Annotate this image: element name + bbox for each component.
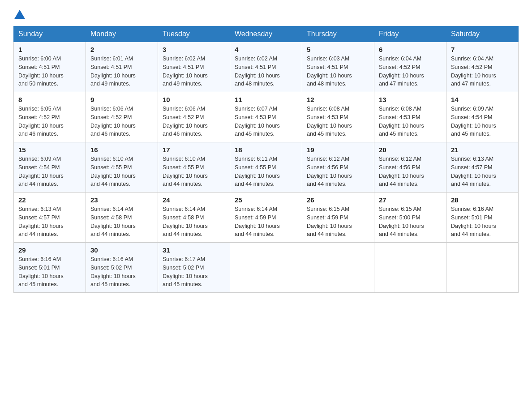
calendar-cell: 3Sunrise: 6:02 AMSunset: 4:51 PMDaylight… xyxy=(158,42,230,92)
day-number: 4 xyxy=(235,46,297,53)
day-number: 18 xyxy=(235,146,297,154)
calendar-cell: 5Sunrise: 6:03 AMSunset: 4:51 PMDaylight… xyxy=(302,42,374,92)
day-number: 12 xyxy=(307,96,369,103)
day-number: 17 xyxy=(163,146,225,154)
day-number: 24 xyxy=(163,196,225,204)
day-number: 21 xyxy=(451,146,514,154)
calendar-cell: 27Sunrise: 6:15 AMSunset: 5:00 PMDayligh… xyxy=(374,193,446,243)
day-info: Sunrise: 6:06 AMSunset: 4:52 PMDaylight:… xyxy=(90,105,153,138)
day-info: Sunrise: 6:16 AMSunset: 5:01 PMDaylight:… xyxy=(451,205,514,239)
day-info: Sunrise: 6:08 AMSunset: 4:53 PMDaylight:… xyxy=(307,105,369,138)
day-info: Sunrise: 6:14 AMSunset: 4:59 PMDaylight:… xyxy=(235,205,297,239)
calendar-table: SundayMondayTuesdayWednesdayThursdayFrid… xyxy=(13,26,519,293)
day-info: Sunrise: 6:06 AMSunset: 4:52 PMDaylight:… xyxy=(163,105,225,138)
calendar-cell: 14Sunrise: 6:09 AMSunset: 4:54 PMDayligh… xyxy=(446,92,519,142)
day-info: Sunrise: 6:09 AMSunset: 4:54 PMDaylight:… xyxy=(451,105,514,138)
calendar-week-row: 1Sunrise: 6:00 AMSunset: 4:51 PMDaylight… xyxy=(14,42,519,92)
day-info: Sunrise: 6:04 AMSunset: 4:52 PMDaylight:… xyxy=(451,55,514,88)
day-number: 10 xyxy=(163,96,225,103)
day-number: 5 xyxy=(307,46,369,53)
day-number: 22 xyxy=(18,196,81,204)
day-info: Sunrise: 6:02 AMSunset: 4:51 PMDaylight:… xyxy=(163,55,225,88)
calendar-cell xyxy=(302,243,374,293)
column-header-sunday: Sunday xyxy=(14,26,86,42)
day-number: 8 xyxy=(18,96,81,103)
day-info: Sunrise: 6:12 AMSunset: 4:56 PMDaylight:… xyxy=(307,155,369,188)
day-number: 1 xyxy=(18,46,81,53)
day-number: 28 xyxy=(451,196,514,204)
calendar-cell: 13Sunrise: 6:08 AMSunset: 4:53 PMDayligh… xyxy=(374,92,446,142)
column-header-friday: Friday xyxy=(374,26,446,42)
calendar-week-row: 29Sunrise: 6:16 AMSunset: 5:01 PMDayligh… xyxy=(14,243,519,293)
day-info: Sunrise: 6:10 AMSunset: 4:55 PMDaylight:… xyxy=(90,155,153,188)
calendar-cell: 25Sunrise: 6:14 AMSunset: 4:59 PMDayligh… xyxy=(230,193,302,243)
calendar-week-row: 22Sunrise: 6:13 AMSunset: 4:57 PMDayligh… xyxy=(14,193,519,243)
calendar-cell: 6Sunrise: 6:04 AMSunset: 4:52 PMDaylight… xyxy=(374,42,446,92)
day-number: 6 xyxy=(379,46,442,53)
day-info: Sunrise: 6:14 AMSunset: 4:58 PMDaylight:… xyxy=(90,205,153,239)
day-number: 30 xyxy=(90,246,153,254)
logo-icon xyxy=(13,9,26,21)
calendar-week-row: 8Sunrise: 6:05 AMSunset: 4:52 PMDaylight… xyxy=(14,92,519,142)
day-number: 20 xyxy=(379,146,442,154)
calendar-cell: 19Sunrise: 6:12 AMSunset: 4:56 PMDayligh… xyxy=(302,142,374,193)
day-number: 23 xyxy=(90,196,153,204)
day-info: Sunrise: 6:10 AMSunset: 4:55 PMDaylight:… xyxy=(163,155,225,188)
day-number: 2 xyxy=(90,46,153,53)
day-info: Sunrise: 6:11 AMSunset: 4:55 PMDaylight:… xyxy=(235,155,297,188)
svg-marker-0 xyxy=(14,10,25,19)
calendar-cell xyxy=(374,243,446,293)
day-number: 27 xyxy=(379,196,442,204)
calendar-cell: 31Sunrise: 6:17 AMSunset: 5:02 PMDayligh… xyxy=(158,243,230,293)
calendar-cell: 18Sunrise: 6:11 AMSunset: 4:55 PMDayligh… xyxy=(230,142,302,193)
day-number: 26 xyxy=(307,196,369,204)
calendar-cell: 8Sunrise: 6:05 AMSunset: 4:52 PMDaylight… xyxy=(14,92,86,142)
calendar-cell: 1Sunrise: 6:00 AMSunset: 4:51 PMDaylight… xyxy=(14,42,86,92)
day-info: Sunrise: 6:17 AMSunset: 5:02 PMDaylight:… xyxy=(163,255,225,289)
day-info: Sunrise: 6:04 AMSunset: 4:52 PMDaylight:… xyxy=(379,55,442,88)
day-info: Sunrise: 6:00 AMSunset: 4:51 PMDaylight:… xyxy=(18,55,81,88)
calendar-cell: 10Sunrise: 6:06 AMSunset: 4:52 PMDayligh… xyxy=(158,92,230,142)
calendar-cell: 20Sunrise: 6:12 AMSunset: 4:56 PMDayligh… xyxy=(374,142,446,193)
day-info: Sunrise: 6:16 AMSunset: 5:02 PMDaylight:… xyxy=(90,255,153,289)
calendar-cell: 9Sunrise: 6:06 AMSunset: 4:52 PMDaylight… xyxy=(86,92,158,142)
calendar-cell: 23Sunrise: 6:14 AMSunset: 4:58 PMDayligh… xyxy=(86,193,158,243)
column-header-wednesday: Wednesday xyxy=(230,26,302,42)
page-header xyxy=(13,9,519,21)
calendar-cell: 4Sunrise: 6:02 AMSunset: 4:51 PMDaylight… xyxy=(230,42,302,92)
day-info: Sunrise: 6:15 AMSunset: 5:00 PMDaylight:… xyxy=(379,205,442,239)
calendar-cell: 24Sunrise: 6:14 AMSunset: 4:58 PMDayligh… xyxy=(158,193,230,243)
logo xyxy=(13,9,26,21)
calendar-cell: 29Sunrise: 6:16 AMSunset: 5:01 PMDayligh… xyxy=(14,243,86,293)
day-number: 14 xyxy=(451,96,514,103)
day-info: Sunrise: 6:13 AMSunset: 4:57 PMDaylight:… xyxy=(451,155,514,188)
calendar-cell: 28Sunrise: 6:16 AMSunset: 5:01 PMDayligh… xyxy=(446,193,519,243)
day-number: 3 xyxy=(163,46,225,53)
day-info: Sunrise: 6:12 AMSunset: 4:56 PMDaylight:… xyxy=(379,155,442,188)
column-header-thursday: Thursday xyxy=(302,26,374,42)
day-number: 25 xyxy=(235,196,297,204)
day-number: 9 xyxy=(90,96,153,103)
day-info: Sunrise: 6:02 AMSunset: 4:51 PMDaylight:… xyxy=(235,55,297,88)
calendar-cell: 16Sunrise: 6:10 AMSunset: 4:55 PMDayligh… xyxy=(86,142,158,193)
day-number: 15 xyxy=(18,146,81,154)
day-number: 16 xyxy=(90,146,153,154)
day-number: 11 xyxy=(235,96,297,103)
calendar-cell: 12Sunrise: 6:08 AMSunset: 4:53 PMDayligh… xyxy=(302,92,374,142)
calendar-week-row: 15Sunrise: 6:09 AMSunset: 4:54 PMDayligh… xyxy=(14,142,519,193)
day-info: Sunrise: 6:13 AMSunset: 4:57 PMDaylight:… xyxy=(18,205,81,239)
day-info: Sunrise: 6:08 AMSunset: 4:53 PMDaylight:… xyxy=(379,105,442,138)
day-info: Sunrise: 6:07 AMSunset: 4:53 PMDaylight:… xyxy=(235,105,297,138)
day-number: 13 xyxy=(379,96,442,103)
day-info: Sunrise: 6:05 AMSunset: 4:52 PMDaylight:… xyxy=(18,105,81,138)
day-number: 29 xyxy=(18,246,81,254)
day-info: Sunrise: 6:16 AMSunset: 5:01 PMDaylight:… xyxy=(18,255,81,289)
calendar-cell: 22Sunrise: 6:13 AMSunset: 4:57 PMDayligh… xyxy=(14,193,86,243)
day-info: Sunrise: 6:09 AMSunset: 4:54 PMDaylight:… xyxy=(18,155,81,188)
day-info: Sunrise: 6:03 AMSunset: 4:51 PMDaylight:… xyxy=(307,55,369,88)
day-info: Sunrise: 6:01 AMSunset: 4:51 PMDaylight:… xyxy=(90,55,153,88)
column-header-monday: Monday xyxy=(86,26,158,42)
calendar-cell: 7Sunrise: 6:04 AMSunset: 4:52 PMDaylight… xyxy=(446,42,519,92)
calendar-cell: 2Sunrise: 6:01 AMSunset: 4:51 PMDaylight… xyxy=(86,42,158,92)
calendar-cell: 26Sunrise: 6:15 AMSunset: 4:59 PMDayligh… xyxy=(302,193,374,243)
